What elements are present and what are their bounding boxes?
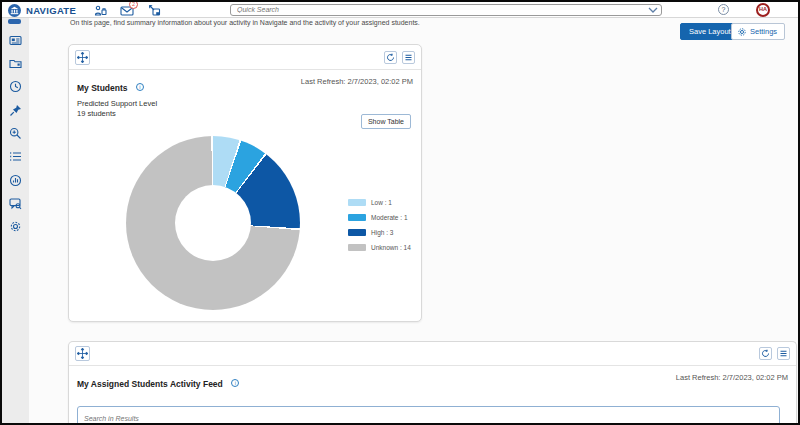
settings-button[interactable]: Settings <box>731 23 785 40</box>
legend-label: High : 3 <box>371 229 393 236</box>
settings-button-label: Settings <box>750 27 777 36</box>
sidebar-item-pushpin[interactable] <box>9 104 22 117</box>
info-icon[interactable]: i <box>136 83 144 91</box>
app-window: NAVIGATE 2 ? HA <box>0 0 800 425</box>
card-toolbar <box>69 342 796 366</box>
legend-label: Moderate : 1 <box>371 214 408 221</box>
page-description: On this page, find summary information a… <box>70 19 670 26</box>
top-navbar: NAVIGATE 2 ? HA <box>2 2 798 18</box>
user-avatar[interactable]: HA <box>756 3 770 17</box>
support-level-donut-chart[interactable] <box>126 136 300 310</box>
card-title: My Assigned Students Activity Feed <box>77 379 223 389</box>
appointments-icon[interactable] <box>94 4 107 17</box>
legend-label: Unknown : 14 <box>371 244 411 251</box>
legend-swatch <box>348 214 366 221</box>
refresh-widget-button[interactable] <box>384 51 397 64</box>
quick-search-input[interactable] <box>230 4 662 16</box>
info-icon[interactable]: i <box>231 379 239 387</box>
show-table-button[interactable]: Show Table <box>361 114 411 129</box>
messages-count-badge: 2 <box>129 0 138 9</box>
left-sidebar <box>2 18 29 423</box>
card-title: My Students <box>77 83 128 93</box>
brand-title: NAVIGATE <box>26 5 76 16</box>
sidebar-item-cases[interactable] <box>9 197 22 210</box>
sidebar-item-search-plus[interactable] <box>9 127 22 140</box>
quick-link-icon[interactable] <box>148 4 161 17</box>
sidebar-item-id-card[interactable] <box>9 34 22 47</box>
donut-hole <box>175 185 251 261</box>
chevron-down-icon[interactable] <box>648 7 658 13</box>
move-widget-button[interactable] <box>75 346 90 361</box>
search-in-results-input[interactable] <box>77 406 780 425</box>
last-refresh-text: Last Refresh: 2/7/2023, 02:02 PM <box>301 77 413 86</box>
legend-item: Low : 1 <box>348 195 411 210</box>
sidebar-item-settings[interactable] <box>9 220 22 233</box>
legend-item: High : 3 <box>348 225 411 240</box>
legend-item: Moderate : 1 <box>348 210 411 225</box>
sidebar-item-list[interactable] <box>9 150 22 163</box>
refresh-widget-button[interactable] <box>759 347 772 360</box>
help-icon[interactable]: ? <box>718 4 729 15</box>
widget-menu-button[interactable] <box>402 51 415 64</box>
sidebar-item-folder[interactable] <box>9 57 22 70</box>
legend-swatch <box>348 229 366 236</box>
legend-item: Unknown : 14 <box>348 240 411 255</box>
last-refresh-text: Last Refresh: 2/7/2023, 02:02 PM <box>676 373 788 382</box>
sidebar-item-home[interactable] <box>8 19 21 24</box>
widget-menu-button[interactable] <box>777 347 790 360</box>
navigate-logo-icon[interactable] <box>8 4 21 17</box>
gear-icon <box>737 27 747 37</box>
legend-swatch <box>348 244 366 251</box>
legend-label: Low : 1 <box>371 199 392 206</box>
sidebar-item-history[interactable] <box>9 80 22 93</box>
my-students-card: My Students i Last Refresh: 2/7/2023, 02… <box>68 44 422 322</box>
sidebar-item-reports[interactable] <box>9 174 22 187</box>
move-widget-button[interactable] <box>75 50 90 65</box>
card-toolbar <box>69 45 421 70</box>
activity-feed-card: My Assigned Students Activity Feed i Las… <box>68 341 797 425</box>
chart-subtitle: Predicted Support Level <box>77 99 413 109</box>
legend-swatch <box>348 199 366 206</box>
chart-legend: Low : 1 Moderate : 1 High : 3 Unknown : … <box>348 195 411 255</box>
